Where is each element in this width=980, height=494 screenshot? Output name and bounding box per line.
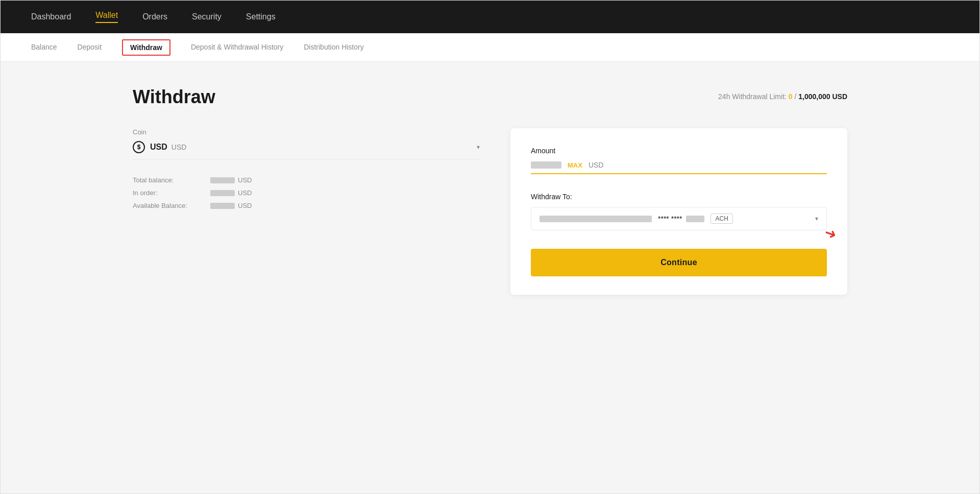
available-balance-label: Available Balance: <box>133 202 204 209</box>
red-arrow-indicator: ➜ <box>822 224 839 244</box>
available-balance-value: USD <box>210 202 252 209</box>
balance-row-total: Total balance: USD <box>133 176 480 184</box>
amount-input-wrap: MAX USD <box>531 161 827 174</box>
amount-blurred <box>531 161 561 169</box>
balance-row-order: In order: USD <box>133 189 480 197</box>
in-order-value: USD <box>210 189 252 197</box>
subnav-withdraw[interactable]: Withdraw <box>122 39 170 56</box>
total-balance-label: Total balance: <box>133 176 204 184</box>
ach-badge: ACH <box>710 214 732 224</box>
nav-dashboard[interactable]: Dashboard <box>31 12 71 21</box>
continue-button[interactable]: Continue <box>531 249 827 276</box>
max-button[interactable]: MAX <box>568 161 582 169</box>
in-order-blurred <box>210 190 235 196</box>
sub-nav: Balance Deposit Withdraw Deposit & Withd… <box>1 33 979 62</box>
bank-info-blurred <box>540 216 652 222</box>
coin-symbol: USD <box>172 143 187 151</box>
withdraw-to-section: Withdraw To: **** **** ACH ▾ ➜ <box>531 193 827 230</box>
subnav-distribution-history[interactable]: Distribution History <box>304 43 363 52</box>
left-panel: Coin $ USD USD ▾ Total balance: USD <box>133 128 480 209</box>
withdrawal-limit-total: 1,000,000 USD <box>798 92 847 101</box>
amount-currency: USD <box>589 161 604 169</box>
nav-wallet[interactable]: Wallet <box>95 11 118 23</box>
total-balance-currency: USD <box>238 176 252 184</box>
top-nav: Dashboard Wallet Orders Security Setting… <box>1 1 979 33</box>
nav-orders[interactable]: Orders <box>142 12 167 21</box>
page-header: Withdraw 24h Withdrawal Limit: 0 / 1,000… <box>133 86 847 108</box>
last4-blurred <box>686 216 704 222</box>
available-balance-blurred <box>210 203 235 209</box>
amount-label: Amount <box>531 147 827 155</box>
chevron-down-icon: ▾ <box>477 144 480 151</box>
page-title: Withdraw <box>133 86 215 108</box>
coin-name: USD <box>150 143 167 152</box>
subnav-balance[interactable]: Balance <box>31 43 57 52</box>
withdrawal-limit: 24h Withdrawal Limit: 0 / 1,000,000 USD <box>718 86 847 101</box>
main-content: Withdraw 24h Withdrawal Limit: 0 / 1,000… <box>102 62 878 319</box>
coin-selector[interactable]: $ USD USD ▾ <box>133 141 480 160</box>
in-order-currency: USD <box>238 189 252 197</box>
amount-section: Amount MAX USD <box>531 147 827 174</box>
withdraw-to-dropdown[interactable]: **** **** ACH ▾ ➜ <box>531 207 827 230</box>
in-order-label: In order: <box>133 189 204 197</box>
withdraw-to-label: Withdraw To: <box>531 193 827 201</box>
subnav-deposit[interactable]: Deposit <box>78 43 102 52</box>
subnav-deposit-withdrawal-history[interactable]: Deposit & Withdrawal History <box>191 43 283 52</box>
nav-security[interactable]: Security <box>192 12 222 21</box>
withdrawal-limit-used: 0 <box>789 92 793 101</box>
right-panel: Amount MAX USD Withdraw To: **** **** AC… <box>510 128 847 295</box>
total-balance-value: USD <box>210 176 252 184</box>
masked-account: **** **** <box>658 215 682 223</box>
balance-row-available: Available Balance: USD <box>133 202 480 209</box>
content-area: Coin $ USD USD ▾ Total balance: USD <box>133 128 847 295</box>
coin-label: Coin <box>133 128 480 136</box>
withdrawal-limit-label: 24h Withdrawal Limit: <box>718 92 787 101</box>
chevron-down-icon: ▾ <box>815 215 818 222</box>
coin-icon: $ <box>133 141 145 153</box>
nav-settings[interactable]: Settings <box>246 12 276 21</box>
balance-rows: Total balance: USD In order: USD <box>133 176 480 209</box>
total-balance-blurred <box>210 177 235 183</box>
available-balance-currency: USD <box>238 202 252 209</box>
